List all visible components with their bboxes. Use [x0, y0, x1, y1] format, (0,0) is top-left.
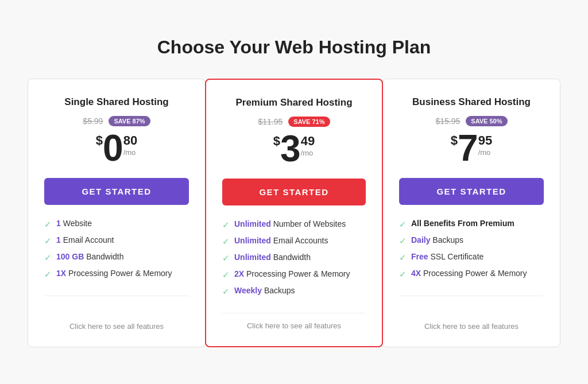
- feature-text: Unlimited Number of Websites: [234, 219, 346, 228]
- check-icon: ✓: [44, 269, 52, 280]
- feature-item: ✓ 100 GB Bandwidth: [44, 252, 189, 263]
- feature-text: All Benefits From Premium: [411, 219, 514, 228]
- price-dollar-single: $: [96, 133, 103, 148]
- feature-text: 1 Email Account: [56, 235, 114, 245]
- plans-container: Single Shared Hosting $5.99 SAVE 87% $ 0…: [23, 79, 565, 347]
- price-row-business: $15.95 SAVE 50%: [399, 116, 544, 126]
- feature-item: ✓ Weekly Backups: [222, 286, 366, 297]
- feature-text: Daily Backups: [411, 235, 463, 245]
- see-all-link-business[interactable]: Click here to see all features: [424, 322, 519, 331]
- check-icon: ✓: [222, 220, 230, 230]
- plan-name-premium: Premium Shared Hosting: [235, 97, 352, 108]
- feature-item: ✓ Unlimited Email Accounts: [222, 236, 366, 247]
- price-cents-mo-premium: 49 /mo: [301, 130, 315, 158]
- features-list-single: ✓ 1 Website ✓ 1 Email Account ✓ 100 GB B…: [44, 219, 189, 285]
- original-price-business: $15.95: [435, 117, 460, 126]
- check-icon: ✓: [399, 253, 407, 263]
- price-cents-mo-single: 80 /mo: [123, 130, 137, 157]
- feature-item: ✓ Unlimited Bandwidth: [222, 253, 366, 263]
- check-icon: ✓: [222, 270, 230, 280]
- see-all-link-premium[interactable]: Click here to see all features: [247, 321, 341, 330]
- plan-card-single: Single Shared Hosting $5.99 SAVE 87% $ 0…: [28, 79, 206, 347]
- feature-text: Unlimited Bandwidth: [234, 253, 311, 262]
- features-list-premium: ✓ Unlimited Number of Websites ✓ Unlimit…: [222, 219, 366, 302]
- check-icon: ✓: [44, 253, 52, 263]
- price-cents-mo-business: 95 /mo: [478, 130, 492, 157]
- price-display-premium: $ 3 49 /mo: [273, 130, 315, 167]
- feature-item: ✓ Daily Backups: [399, 235, 544, 246]
- original-price-premium: $11.95: [258, 117, 283, 126]
- price-mo-single: /mo: [123, 148, 137, 157]
- price-cents-premium: 49: [301, 134, 315, 149]
- check-icon: ✓: [399, 269, 407, 280]
- price-row-premium: $11.95 SAVE 71%: [222, 117, 366, 127]
- price-display-single: $ 0 80 /mo: [96, 130, 137, 166]
- feature-item: ✓ 2X Processing Power & Memory: [222, 269, 366, 280]
- price-dollar-premium: $: [273, 134, 280, 149]
- plan-card-business: Business Shared Hosting $15.95 SAVE 50% …: [382, 79, 560, 347]
- feature-text: 1 Website: [56, 219, 92, 228]
- price-row-single: $5.99 SAVE 87%: [44, 116, 189, 126]
- divider-business: [399, 296, 544, 296]
- check-icon: ✓: [222, 286, 230, 297]
- feature-text: Weekly Backups: [234, 286, 295, 295]
- feature-item: ✓ All Benefits From Premium: [399, 219, 544, 230]
- plan-name-business: Business Shared Hosting: [412, 96, 531, 108]
- price-cents-business: 95: [478, 133, 492, 148]
- price-display-business: $ 7 95 /mo: [451, 130, 492, 166]
- feature-text: Unlimited Email Accounts: [234, 236, 328, 245]
- feature-item: ✓ 1X Processing Power & Memory: [44, 269, 189, 280]
- price-main-single: 0: [103, 130, 123, 166]
- feature-item: ✓ 1 Website: [44, 219, 189, 230]
- feature-text: 100 GB Bandwidth: [56, 252, 124, 261]
- save-badge-premium: SAVE 71%: [288, 117, 330, 127]
- page-title: Choose Your Web Hosting Plan: [23, 37, 565, 58]
- save-badge-business: SAVE 50%: [466, 116, 507, 126]
- save-badge-single: SAVE 87%: [109, 116, 150, 126]
- get-started-button-premium[interactable]: GET STARTED: [222, 179, 366, 205]
- check-icon: ✓: [222, 236, 230, 247]
- feature-item: ✓ Unlimited Number of Websites: [222, 219, 366, 230]
- feature-text: 2X Processing Power & Memory: [234, 269, 350, 278]
- see-all-link-single[interactable]: Click here to see all features: [69, 322, 164, 331]
- check-icon: ✓: [399, 236, 407, 246]
- price-main-premium: 3: [280, 130, 301, 167]
- check-icon: ✓: [222, 253, 230, 263]
- price-dollar-business: $: [451, 133, 458, 148]
- check-icon: ✓: [399, 219, 407, 230]
- feature-item: ✓ Free SSL Certificate: [399, 252, 544, 263]
- price-mo-premium: /mo: [301, 149, 315, 158]
- divider-premium: [222, 313, 366, 313]
- divider-single: [44, 296, 189, 296]
- check-icon: ✓: [44, 219, 52, 230]
- get-started-button-business[interactable]: GET STARTED: [399, 178, 544, 205]
- plan-card-premium: Premium Shared Hosting $11.95 SAVE 71% $…: [205, 79, 383, 347]
- original-price-single: $5.99: [83, 117, 103, 126]
- features-list-business: ✓ All Benefits From Premium ✓ Daily Back…: [399, 219, 544, 285]
- feature-text: Free SSL Certificate: [411, 252, 483, 261]
- price-main-business: 7: [458, 130, 478, 166]
- get-started-button-single[interactable]: GET STARTED: [44, 178, 189, 205]
- feature-text: 1X Processing Power & Memory: [56, 269, 172, 278]
- page-wrapper: Choose Your Web Hosting Plan Single Shar…: [11, 20, 577, 364]
- feature-text: 4X Processing Power & Memory: [411, 269, 527, 278]
- price-mo-business: /mo: [478, 148, 492, 157]
- price-cents-single: 80: [123, 133, 137, 148]
- feature-item: ✓ 1 Email Account: [44, 235, 189, 246]
- plan-name-single: Single Shared Hosting: [64, 96, 168, 108]
- check-icon: ✓: [44, 236, 52, 246]
- feature-item: ✓ 4X Processing Power & Memory: [399, 269, 544, 280]
